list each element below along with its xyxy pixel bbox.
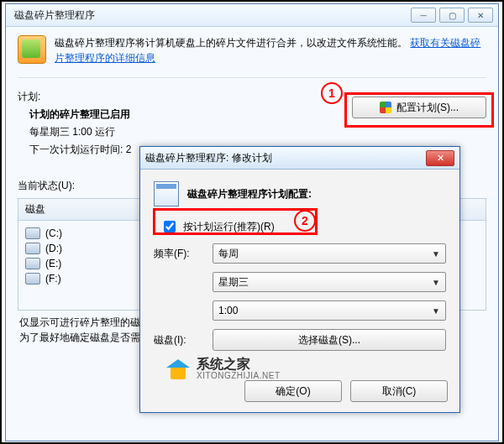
- day-select[interactable]: 星期三 ▼: [213, 272, 446, 292]
- schedule-time-text: 每星期三 1:00 运行: [29, 125, 486, 139]
- dialog-titlebar: 磁盘碎片整理程序: 修改计划 ✕: [140, 147, 459, 170]
- drive-icon: [25, 227, 40, 239]
- drive-icon: [25, 243, 40, 254]
- watermark-logo-icon: [166, 359, 190, 381]
- dialog-title: 磁盘碎片整理程序: 修改计划: [145, 151, 426, 165]
- run-on-schedule-input[interactable]: [164, 221, 176, 232]
- disk-label: 磁盘(I):: [154, 333, 213, 347]
- frequency-select[interactable]: 每周 ▼: [213, 243, 446, 264]
- dialog-close-button[interactable]: ✕: [426, 150, 454, 166]
- main-titlebar: 磁盘碎片整理程序 ─ ▢ ✕: [6, 4, 498, 27]
- cancel-button[interactable]: 取消(C): [350, 380, 448, 402]
- minimize-button[interactable]: ─: [411, 8, 436, 23]
- footer-note: 仅显示可进行碎片整理的磁 为了最好地确定磁盘是否需: [19, 315, 140, 345]
- watermark: 系统之家 XITONGZHIJIA.NET: [166, 358, 281, 382]
- window-title: 磁盘碎片整理程序: [11, 8, 411, 23]
- defrag-app-icon: [18, 35, 46, 64]
- info-text: 磁盘碎片整理程序将计算机硬盘上的碎片文件进行合并，以改进文件系统性能。 获取有关…: [55, 35, 486, 65]
- select-disks-button[interactable]: 选择磁盘(S)...: [213, 329, 446, 351]
- configure-schedule-button[interactable]: 配置计划(S)...: [352, 97, 486, 118]
- chevron-down-icon: ▼: [432, 306, 440, 316]
- frequency-label: 频率(F):: [154, 247, 213, 261]
- ok-button[interactable]: 确定(O): [244, 380, 342, 402]
- time-select[interactable]: 1:00 ▼: [213, 300, 446, 321]
- chevron-down-icon: ▼: [432, 249, 440, 259]
- dialog-heading: 磁盘碎片整理程序计划配置:: [187, 187, 312, 201]
- maximize-button[interactable]: ▢: [439, 8, 465, 23]
- drive-icon: [25, 258, 40, 269]
- close-button[interactable]: ✕: [468, 8, 493, 23]
- drive-icon: [25, 273, 40, 285]
- run-on-schedule-checkbox[interactable]: 按计划运行(推荐)(R): [160, 218, 275, 235]
- chevron-down-icon: ▼: [432, 278, 440, 287]
- uac-shield-icon: [380, 102, 391, 113]
- calendar-icon: [154, 181, 179, 206]
